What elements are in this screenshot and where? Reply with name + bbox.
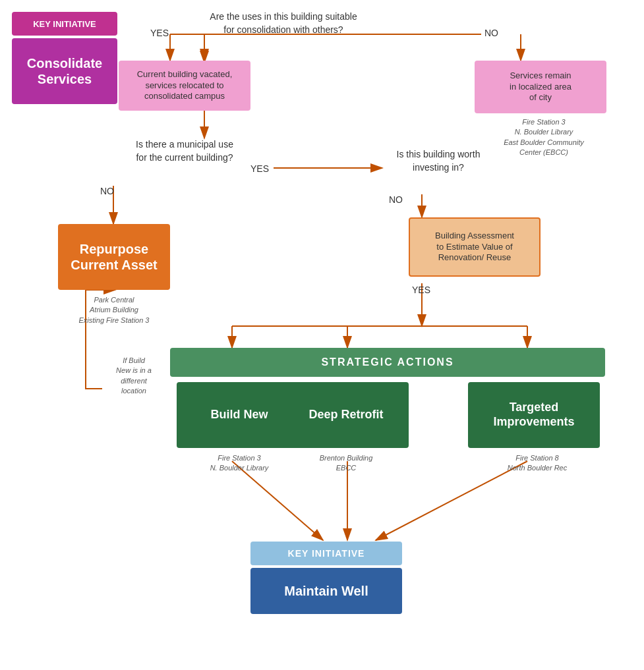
question2-text: Is there a municipal use for the current…: [122, 138, 247, 164]
note-brenton-ebcc: Brenton BuildingEBCC: [290, 453, 402, 474]
deep-retrofit-box: Deep Retrofit: [283, 382, 409, 448]
current-building-vacated-box: Current building vacated, services reloc…: [119, 61, 250, 111]
no2-label: NO: [100, 186, 114, 196]
no3-label: NO: [389, 194, 403, 205]
building-assessment-box: Building Assessment to Estimate Value of…: [409, 217, 541, 277]
key-initiative-bottom-label: KEY INITIATIVE: [250, 542, 402, 565]
services-remain-box: Services remain in localized area of cit…: [475, 61, 606, 113]
targeted-improvements-box: Targeted Improvements: [468, 382, 600, 448]
strategic-actions-header: STRATEGIC ACTIONS: [170, 348, 605, 377]
repurpose-current-box: Repurpose Current Asset: [58, 224, 170, 290]
note-park-central: Park CentralAtrium BuildingExisting Fire…: [58, 295, 170, 325]
yes2-label: YES: [250, 163, 269, 174]
flowchart-diagram: KEY INITIATIVE Consolidate Services Are …: [0, 0, 644, 670]
yes3-label: YES: [412, 285, 430, 295]
note-fire-station-library2: Fire Station 3N. Boulder Library: [177, 453, 302, 474]
consolidate-services-box: Consolidate Services: [12, 38, 117, 104]
question3-text: Is this building worth investing in?: [372, 148, 504, 174]
note-if-build-new: If BuildNew is in adifferentlocation: [104, 356, 163, 397]
yes1-label: YES: [150, 28, 169, 38]
key-initiative-top-label: KEY INITIATIVE: [12, 12, 117, 36]
note-fire-station8: Fire Station 8North Boulder Rec: [475, 453, 600, 474]
question1-text: Are the uses in this building suitable f…: [178, 11, 389, 36]
maintain-well-box: Maintain Well: [250, 568, 402, 614]
no1-label: NO: [484, 28, 498, 38]
